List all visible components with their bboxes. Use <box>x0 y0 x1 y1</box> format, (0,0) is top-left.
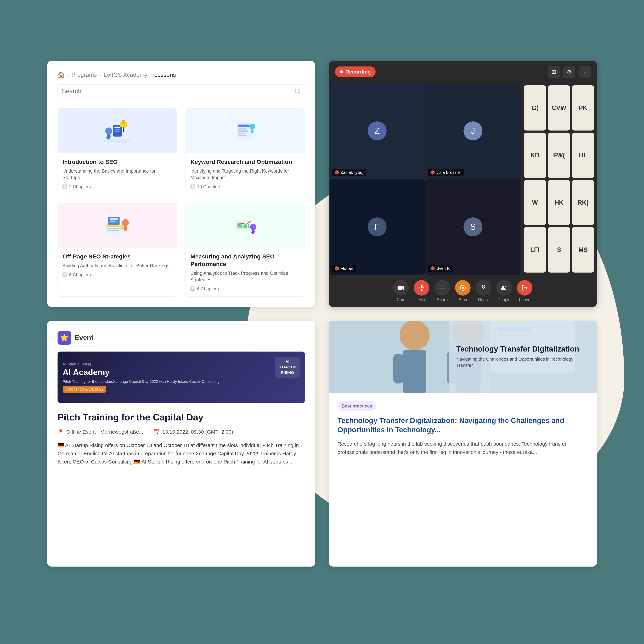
more-button[interactable]: ··· <box>579 66 591 78</box>
svg-point-53 <box>505 286 506 287</box>
participant-florian: F 🎤 Florian <box>330 179 425 275</box>
leave-icon <box>517 280 532 296</box>
recording-label: Recording <box>345 69 371 75</box>
key-hl[interactable]: HL <box>572 133 594 178</box>
chapter-icon-1: 📄 <box>63 184 67 189</box>
key-w[interactable]: W <box>524 180 546 225</box>
search-icon <box>294 88 301 94</box>
key-cvw[interactable]: CVW <box>548 85 570 131</box>
svg-rect-16 <box>238 128 247 129</box>
chapter-icon-4: 📄 <box>190 286 195 291</box>
svg-rect-25 <box>110 221 116 222</box>
breadcrumb-programs[interactable]: Programs <box>71 71 97 78</box>
breadcrumb: 🏠 › Programs › LoftOS Academy › Lessons <box>58 71 305 78</box>
svg-point-29 <box>122 219 129 226</box>
cam-button[interactable]: Cam <box>393 280 409 302</box>
lesson-card-keyword[interactable]: Keyword Research and Optimization Identi… <box>185 108 305 194</box>
article-hero-subtitle: Navigating the Challenges and Opportunit… <box>456 356 590 369</box>
lesson-card-offpage[interactable]: Off-Page SEO Strategies Building Authori… <box>58 203 177 297</box>
svg-rect-47 <box>439 285 445 289</box>
breadcrumb-lessons[interactable]: Lessons <box>154 71 176 78</box>
settings-button[interactable]: ⚙ <box>563 66 575 78</box>
lesson-card-measuring[interactable]: Measuring and Analyzing SEO Performance … <box>185 203 305 297</box>
svg-point-7 <box>105 127 112 134</box>
event-banner-detail: Pitch Training for the foundersXchange C… <box>63 379 220 384</box>
lesson-info-1: Introduction to SEO Understanding the Ba… <box>58 153 177 194</box>
zainab-mic-icon: 🎤 <box>335 170 339 174</box>
video-header-icons: ⊞ ⚙ ··· <box>548 66 591 78</box>
svg-rect-28 <box>107 230 119 231</box>
lesson-illustration-4 <box>228 208 262 243</box>
react-button[interactable]: React <box>476 280 491 302</box>
cam-icon <box>393 280 409 296</box>
svg-rect-42 <box>398 286 402 290</box>
calendar-icon: 📅 <box>154 429 160 435</box>
article-excerpt: Researchers log long hours in the lab se… <box>337 440 588 456</box>
lesson-thumbnail-3 <box>58 203 177 248</box>
lesson-info-3: Off-Page SEO Strategies Building Authori… <box>58 248 177 282</box>
keyboard-panel: G( CVW PK KB FW( HL W HK RK( LFI S MS <box>521 83 597 275</box>
video-conference-card: Recording ⊞ ⚙ ··· Z 🎤 <box>329 61 597 307</box>
breadcrumb-home[interactable]: 🏠 <box>58 71 65 78</box>
event-banner-title: AI Academy <box>63 368 220 377</box>
sven-name: Sven P. <box>436 266 450 271</box>
event-banner-logo: AI STARTUP RISING <box>275 357 300 378</box>
event-description: 🇩🇪 AI Startup Rising offers on October 1… <box>58 441 305 466</box>
article-body: Best practices Technology Transfer Digit… <box>329 393 597 465</box>
svg-rect-5 <box>114 129 120 130</box>
event-location-text: Offline Event - Mornewegstraße... <box>66 429 143 435</box>
event-logo-line3: RISING <box>281 370 294 375</box>
lesson-illustration-2 <box>228 114 262 148</box>
lesson-title-4: Measuring and Analyzing SEO Performance <box>190 253 300 268</box>
key-ms[interactable]: MS <box>572 227 594 272</box>
lesson-thumbnail <box>58 109 177 153</box>
florian-name: Florian <box>341 266 353 271</box>
svg-point-0 <box>295 89 299 93</box>
react-label: React <box>478 297 489 302</box>
key-lfi[interactable]: LFI <box>524 227 546 272</box>
recording-dot <box>340 70 343 73</box>
svg-rect-19 <box>238 135 247 136</box>
event-banner-subtitle: AI Startup Rising <box>63 362 220 366</box>
key-rk[interactable]: RK( <box>572 180 594 225</box>
lesson-thumbnail-2 <box>186 109 305 153</box>
florian-label: 🎤 Florian <box>332 265 356 272</box>
event-banner-text: AI Startup Rising AI Academy Pitch Train… <box>63 362 220 393</box>
event-icon: ⭐ <box>58 331 71 345</box>
key-gc[interactable]: G( <box>524 85 546 131</box>
stop-button[interactable]: Stop <box>455 280 471 302</box>
key-kb[interactable]: KB <box>524 133 546 178</box>
article-tag: Best practices <box>337 401 376 411</box>
people-button[interactable]: People <box>496 280 512 302</box>
people-label: People <box>498 297 511 302</box>
svg-point-52 <box>502 286 504 288</box>
video-header: Recording ⊞ ⚙ ··· <box>329 61 597 83</box>
leave-button[interactable]: Leave <box>517 280 532 302</box>
key-pk[interactable]: PK <box>572 85 594 131</box>
share-icon <box>434 280 450 296</box>
share-button[interactable]: Share <box>434 280 450 302</box>
key-s[interactable]: S <box>548 227 570 272</box>
mic-button[interactable]: Mic <box>414 280 429 302</box>
zainab-name: Zainab (you) <box>341 170 364 175</box>
breadcrumb-loftos[interactable]: LoftOS Academy <box>104 71 147 78</box>
participant-sven: S 🎤 Sven P. <box>425 179 521 275</box>
lesson-card-intro-seo[interactable]: Introduction to SEO Understanding the Ba… <box>58 108 177 194</box>
svg-rect-44 <box>421 285 423 288</box>
share-label: Share <box>437 297 448 302</box>
sven-bg: S <box>425 179 521 275</box>
key-fw[interactable]: FW( <box>548 133 570 178</box>
search-input[interactable] <box>62 88 292 95</box>
video-toolbar: Cam Mic Share <box>329 275 597 307</box>
svg-marker-43 <box>402 285 404 290</box>
zainab-bg: Z <box>330 83 425 179</box>
zainab-label: 🎤 Zainab (you) <box>332 169 366 176</box>
video-body: Z 🎤 Zainab (you) J 🎤 <box>329 83 597 275</box>
sven-label: 🎤 Sven P. <box>428 265 453 272</box>
pip-button[interactable]: ⊞ <box>548 66 560 78</box>
lesson-chapters-3: 📄 6 Chapters <box>63 272 172 278</box>
event-banner-date: October 13 & 18, 2022 <box>63 386 106 393</box>
svg-rect-15 <box>238 125 250 127</box>
svg-point-2 <box>103 139 132 143</box>
key-hk[interactable]: HK <box>548 180 570 225</box>
